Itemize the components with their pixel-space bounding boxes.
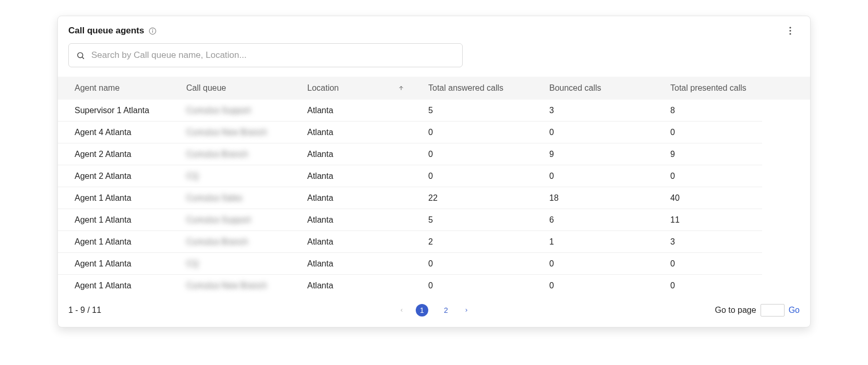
cell-location: Atlanta bbox=[300, 143, 421, 165]
cell-bounced: 6 bbox=[542, 209, 663, 231]
prev-page-icon[interactable] bbox=[399, 307, 404, 314]
cell-bounced: 1 bbox=[542, 231, 663, 253]
cell-bounced: 0 bbox=[542, 275, 663, 297]
cell-bounced: 0 bbox=[542, 121, 663, 143]
table-row[interactable]: Agent 2 AtlantaCQAtlanta000 bbox=[58, 165, 810, 187]
cell-call-queue: Cumulus New Branch bbox=[179, 121, 300, 143]
cell-agent-name: Agent 2 Atlanta bbox=[58, 165, 179, 187]
col-label: Bounced calls bbox=[549, 83, 601, 93]
svg-line-7 bbox=[82, 57, 84, 58]
col-label: Agent name bbox=[75, 83, 119, 93]
cell-location: Atlanta bbox=[300, 209, 421, 231]
cell-agent-name: Agent 1 Atlanta bbox=[58, 253, 179, 275]
more-options-icon[interactable] bbox=[785, 26, 795, 36]
cell-total-answered: 2 bbox=[421, 231, 542, 253]
cell-call-queue: CQ bbox=[179, 253, 300, 275]
svg-point-3 bbox=[789, 27, 791, 28]
col-bounced[interactable]: Bounced calls bbox=[542, 83, 663, 93]
cell-total-presented: 8 bbox=[663, 100, 762, 121]
cell-bounced: 3 bbox=[542, 100, 663, 121]
cell-bounced: 9 bbox=[542, 143, 663, 165]
cell-location: Atlanta bbox=[300, 165, 421, 187]
col-location[interactable]: Location bbox=[300, 83, 421, 93]
table-row[interactable]: Agent 1 AtlantaCumulus SalesAtlanta22184… bbox=[58, 187, 810, 209]
col-label: Total presented calls bbox=[670, 83, 746, 93]
cell-location: Atlanta bbox=[300, 275, 421, 297]
cell-total-presented: 0 bbox=[663, 165, 762, 187]
table-row[interactable]: Agent 1 AtlantaCQAtlanta000 bbox=[58, 253, 810, 275]
cell-total-answered: 5 bbox=[421, 100, 542, 121]
table-row[interactable]: Agent 1 AtlantaCumulus SupportAtlanta561… bbox=[58, 209, 810, 231]
cell-total-presented: 40 bbox=[663, 187, 762, 209]
info-icon[interactable] bbox=[148, 27, 156, 35]
cell-agent-name: Agent 1 Atlanta bbox=[58, 275, 179, 297]
card-header: Call queue agents bbox=[58, 16, 810, 40]
table-row[interactable]: Supervisor 1 AtlantaCumulus SupportAtlan… bbox=[58, 100, 810, 121]
cell-bounced: 18 bbox=[542, 187, 663, 209]
table-row[interactable]: Agent 1 AtlantaCumulus New BranchAtlanta… bbox=[58, 275, 810, 297]
goto-page-input[interactable] bbox=[761, 304, 785, 317]
cell-total-answered: 0 bbox=[421, 253, 542, 275]
col-label: Location bbox=[307, 83, 339, 93]
col-label: Call queue bbox=[186, 83, 226, 93]
cell-agent-name: Agent 1 Atlanta bbox=[58, 209, 179, 231]
cell-agent-name: Supervisor 1 Atlanta bbox=[58, 100, 179, 121]
svg-point-4 bbox=[789, 30, 791, 31]
cell-total-answered: 22 bbox=[421, 187, 542, 209]
cell-call-queue: CQ bbox=[179, 165, 300, 187]
pagination-range: 1 - 9 / 11 bbox=[68, 306, 101, 315]
goto-page: Go to page Go bbox=[715, 304, 800, 317]
cell-call-queue: Cumulus Support bbox=[179, 209, 300, 231]
cell-call-queue: Cumulus Branch bbox=[179, 143, 300, 165]
goto-page-button[interactable]: Go bbox=[789, 306, 800, 315]
col-label: Total answered calls bbox=[428, 83, 503, 93]
svg-point-5 bbox=[789, 33, 791, 34]
search-row bbox=[58, 40, 810, 77]
cell-call-queue: Cumulus New Branch bbox=[179, 275, 300, 297]
cell-bounced: 0 bbox=[542, 253, 663, 275]
col-agent-name[interactable]: Agent name bbox=[58, 83, 179, 93]
cell-location: Atlanta bbox=[300, 231, 421, 253]
cell-location: Atlanta bbox=[300, 100, 421, 121]
col-call-queue[interactable]: Call queue bbox=[179, 83, 300, 93]
search-icon bbox=[76, 51, 85, 60]
table-row[interactable]: Agent 1 AtlantaCumulus BranchAtlanta213 bbox=[58, 231, 810, 253]
next-page-icon[interactable] bbox=[464, 307, 469, 314]
cell-call-queue: Cumulus Sales bbox=[179, 187, 300, 209]
cell-agent-name: Agent 1 Atlanta bbox=[58, 231, 179, 253]
cell-total-presented: 0 bbox=[663, 253, 762, 275]
cell-call-queue: Cumulus Branch bbox=[179, 231, 300, 253]
cell-bounced: 0 bbox=[542, 165, 663, 187]
table-body: Supervisor 1 AtlantaCumulus SupportAtlan… bbox=[58, 100, 810, 297]
pager: 12 bbox=[399, 304, 469, 317]
cell-agent-name: Agent 4 Atlanta bbox=[58, 121, 179, 143]
col-total-answered[interactable]: Total answered calls bbox=[421, 83, 542, 93]
sort-asc-icon bbox=[398, 85, 404, 91]
agents-table: Agent name Call queue Location Total ans… bbox=[58, 77, 810, 297]
cell-total-presented: 9 bbox=[663, 143, 762, 165]
cell-call-queue: Cumulus Support bbox=[179, 100, 300, 121]
page-2[interactable]: 2 bbox=[440, 304, 452, 317]
goto-label: Go to page bbox=[715, 306, 756, 315]
card-title: Call queue agents bbox=[68, 26, 144, 36]
cell-total-presented: 3 bbox=[663, 231, 762, 253]
cell-total-answered: 0 bbox=[421, 121, 542, 143]
cell-location: Atlanta bbox=[300, 253, 421, 275]
cell-agent-name: Agent 1 Atlanta bbox=[58, 187, 179, 209]
cell-total-answered: 0 bbox=[421, 275, 542, 297]
search-input-wrapper[interactable] bbox=[68, 43, 463, 67]
table-footer: 1 - 9 / 11 12 Go to page Go bbox=[58, 297, 810, 327]
page-1[interactable]: 1 bbox=[416, 304, 428, 317]
table-header-row: Agent name Call queue Location Total ans… bbox=[58, 77, 810, 100]
cell-location: Atlanta bbox=[300, 187, 421, 209]
svg-point-6 bbox=[78, 52, 83, 57]
search-input[interactable] bbox=[90, 50, 455, 61]
table-row[interactable]: Agent 2 AtlantaCumulus BranchAtlanta099 bbox=[58, 143, 810, 165]
col-total-presented[interactable]: Total presented calls bbox=[663, 83, 762, 93]
cell-total-answered: 5 bbox=[421, 209, 542, 231]
cell-total-answered: 0 bbox=[421, 143, 542, 165]
svg-point-2 bbox=[152, 29, 153, 30]
cell-total-presented: 11 bbox=[663, 209, 762, 231]
cell-total-presented: 0 bbox=[663, 121, 762, 143]
table-row[interactable]: Agent 4 AtlantaCumulus New BranchAtlanta… bbox=[58, 121, 810, 143]
